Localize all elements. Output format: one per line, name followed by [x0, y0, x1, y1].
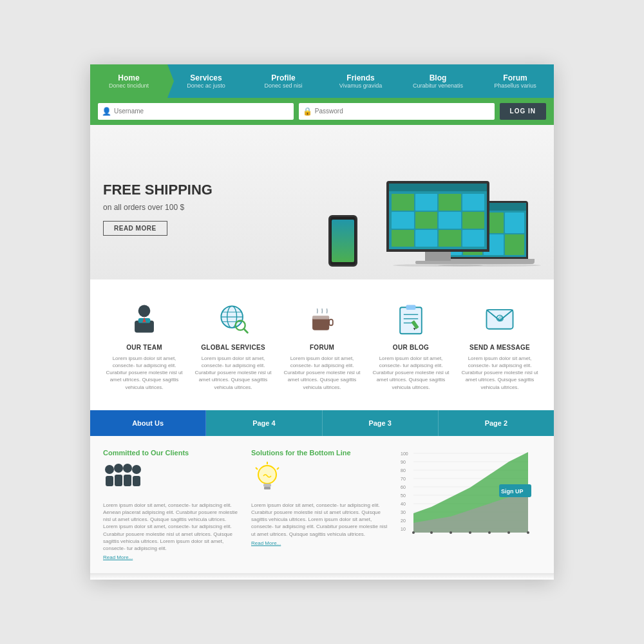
svg-text:@: @ — [498, 316, 504, 322]
page-btn-4[interactable]: Page 4 — [206, 410, 322, 436]
feature-blog-desc: Lorem ipsum dolor sit amet, consecte- tu… — [372, 355, 450, 391]
password-field-wrap: 🔒 — [299, 103, 495, 120]
svg-rect-34 — [264, 487, 270, 489]
shadow-bottom — [90, 573, 554, 580]
feature-blog: OUR BLOG Lorem ipsum dolor sit amet, con… — [372, 299, 450, 391]
nav-item-blog[interactable]: Blog Curabitur venenatis — [399, 64, 477, 98]
read-more-button[interactable]: READ MORE — [103, 221, 167, 236]
feature-team: OUR TEAM Lorem ipsum dolor sit amet, con… — [106, 299, 183, 391]
bulb-icon — [251, 462, 389, 497]
screen-topbar — [389, 184, 487, 191]
blog-icon — [392, 299, 430, 337]
svg-text:10: 10 — [401, 527, 406, 531]
global-icon — [214, 299, 252, 337]
user-icon: 👤 — [102, 107, 111, 116]
nav-item-home[interactable]: Home Donec tincidunt — [90, 64, 167, 98]
monitor-screen — [386, 181, 489, 252]
login-bar: 👤 🔒 LOG IN — [90, 98, 554, 125]
svg-point-63 — [469, 531, 471, 534]
page-btn-2[interactable]: Page 2 — [439, 410, 554, 436]
phone-body — [328, 215, 357, 267]
team-icon-svg — [126, 300, 162, 336]
svg-point-61 — [430, 531, 433, 534]
bottom-section: Committed to Our Clients — [90, 436, 554, 573]
svg-rect-15 — [406, 305, 416, 309]
nav-item-profile[interactable]: Profile Donec sed nisi — [245, 64, 322, 98]
svg-text:40: 40 — [401, 502, 406, 506]
nav-sub-friends: Vivamus gravida — [339, 82, 382, 89]
monitor-stand — [425, 252, 451, 261]
svg-line-10 — [244, 329, 248, 333]
password-input[interactable] — [315, 108, 491, 115]
nav-item-services[interactable]: Services Donec ac justo — [167, 64, 245, 98]
nav-item-friends[interactable]: Friends Vivamus gravida — [322, 64, 399, 98]
svg-text:30: 30 — [401, 510, 406, 515]
svg-point-64 — [488, 531, 491, 534]
login-button[interactable]: LOG IN — [500, 103, 546, 120]
nav-item-forum[interactable]: Forum Phasellus varius — [477, 64, 554, 98]
forum-icon — [303, 299, 341, 337]
nav-title-services: Services — [190, 73, 222, 82]
svg-text:50: 50 — [401, 493, 406, 498]
nav-title-blog: Blog — [430, 73, 447, 82]
svg-text:Sign UP: Sign UP — [501, 488, 524, 495]
svg-line-37 — [256, 468, 258, 469]
svg-point-26 — [114, 464, 123, 473]
feature-team-desc: Lorem ipsum dolor sit amet, consecte- tu… — [106, 355, 183, 391]
bottom-right-text: Lorem ipsum dolor sit amet, consecte- tu… — [251, 502, 389, 538]
message-icon: @ — [480, 299, 519, 337]
bottom-right: Solutions for the Bottom Line — [251, 449, 389, 560]
feature-message: @ SEND A MESSAGE Lorem ipsum dolor sit a… — [461, 299, 538, 391]
svg-point-24 — [105, 465, 114, 474]
svg-rect-25 — [106, 476, 113, 486]
bottom-left-read-more[interactable]: Read More... — [103, 554, 241, 560]
phone-screen — [332, 220, 354, 262]
blog-icon-svg — [393, 300, 429, 336]
feature-forum: FORUM Lorem ipsum dolor sit amet, consec… — [283, 299, 361, 391]
page-btn-3[interactable]: Page 3 — [323, 410, 439, 436]
svg-rect-27 — [115, 475, 122, 486]
feature-blog-title: OUR BLOG — [393, 344, 429, 351]
forum-icon-svg — [304, 300, 340, 336]
svg-rect-31 — [133, 476, 140, 486]
bottom-left-text: Lorem ipsum dolor sit amet, consecte- tu… — [103, 502, 241, 552]
feature-forum-title: FORUM — [310, 344, 334, 351]
feature-global: GLOBAL SERVICES Lorem ipsum dolor sit am… — [194, 299, 272, 391]
bottom-left: Committed to Our Clients — [103, 449, 241, 560]
feature-global-title: GLOBAL SERVICES — [201, 344, 265, 351]
svg-point-66 — [527, 531, 529, 534]
svg-point-62 — [450, 531, 452, 534]
nav-sub-home: Donec tincidunt — [109, 82, 149, 89]
features-section: OUR TEAM Lorem ipsum dolor sit amet, con… — [90, 279, 554, 410]
svg-point-0 — [138, 305, 151, 317]
screen-content-monitor — [389, 184, 487, 249]
message-icon-svg: @ — [482, 300, 518, 336]
feature-forum-desc: Lorem ipsum dolor sit amet, consecte- tu… — [283, 355, 361, 391]
svg-text:80: 80 — [401, 468, 406, 473]
feature-message-title: SEND A MESSAGE — [469, 344, 530, 351]
hero-headline: FREE SHIPPING — [103, 182, 245, 198]
feature-global-desc: Lorem ipsum dolor sit amet, consecte- tu… — [194, 355, 272, 391]
nav-arrow — [167, 64, 174, 98]
global-icon-svg — [215, 300, 251, 336]
svg-line-36 — [277, 468, 279, 469]
phone-device — [328, 215, 357, 267]
bottom-right-title: Solutions for the Bottom Line — [251, 449, 389, 457]
svg-rect-13 — [329, 319, 333, 325]
bottom-right-read-more[interactable]: Read More... — [251, 540, 389, 546]
svg-point-32 — [258, 466, 276, 484]
bottom-left-title-text: Committed to Our — [103, 449, 166, 457]
navbar: Home Donec tincidunt Services Donec ac j… — [90, 64, 554, 98]
bottom-right-title-text: Solutions — [251, 449, 285, 457]
nav-sub-forum: Phasellus varius — [494, 82, 536, 89]
page-btn-about[interactable]: About Us — [90, 410, 206, 436]
nav-title-profile: Profile — [271, 73, 295, 82]
username-field-wrap: 👤 — [98, 103, 294, 120]
username-input[interactable] — [114, 108, 290, 115]
svg-rect-29 — [124, 475, 131, 486]
lock-icon: 🔒 — [303, 107, 312, 116]
svg-rect-14 — [400, 307, 422, 334]
team-group-icon — [103, 462, 241, 497]
nav-title-home: Home — [118, 73, 139, 82]
bottom-left-title: Committed to Our Clients — [103, 449, 241, 457]
